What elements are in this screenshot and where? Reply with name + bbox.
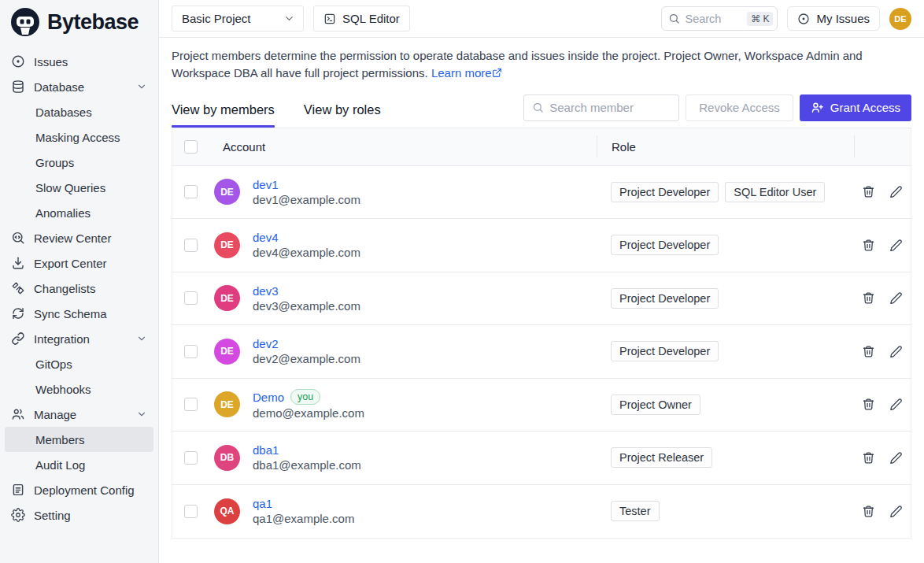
review-center-icon: [11, 231, 25, 245]
refresh-icon: [11, 306, 25, 320]
sidebar-item-setting[interactable]: Setting: [5, 502, 153, 528]
avatar: DE: [214, 285, 240, 311]
row-checkbox[interactable]: [184, 505, 198, 518]
member-name-link[interactable]: dev1: [253, 178, 279, 191]
delete-member-button[interactable]: [862, 451, 875, 465]
table-row: DE dev2 dev2@example.com Project Develop…: [172, 325, 911, 379]
member-email: qa1@example.com: [253, 512, 354, 525]
member-email: dev3@example.com: [253, 299, 360, 313]
sidebar-item-label: Database: [34, 80, 84, 94]
member-email: dev4@example.com: [253, 246, 360, 259]
table-row: DE dev1 dev1@example.com Project Develop…: [172, 166, 911, 220]
user-plus-icon: [811, 101, 824, 114]
row-checkbox[interactable]: [184, 345, 198, 358]
search-member-input[interactable]: Search member: [523, 94, 679, 121]
select-all-checkbox[interactable]: [184, 140, 198, 154]
brand-name: Bytebase: [47, 10, 139, 35]
role-badge: Tester: [611, 501, 660, 521]
delete-member-button[interactable]: [862, 345, 875, 358]
table-row: DB dba1 dba1@example.com Project Release…: [172, 432, 911, 485]
edit-member-button[interactable]: [889, 345, 903, 358]
role-badge: Project Owner: [611, 394, 700, 415]
table-row: DE Demo you demo@example.com Project Own…: [172, 379, 911, 432]
avatar: DE: [214, 391, 240, 417]
edit-member-button[interactable]: [889, 398, 903, 411]
tab-view-by-members[interactable]: View by members: [172, 102, 275, 128]
member-email: demo@example.com: [253, 406, 364, 420]
chevron-down-icon: [136, 409, 147, 420]
edit-member-button[interactable]: [889, 451, 903, 465]
sidebar-item-database[interactable]: Database: [5, 74, 153, 99]
member-name-link[interactable]: qa1: [253, 497, 272, 510]
row-checkbox[interactable]: [184, 398, 198, 411]
sidebar-item-gitops[interactable]: GitOps: [5, 351, 153, 376]
column-header-role: Role: [597, 135, 854, 157]
you-badge: you: [290, 389, 320, 405]
delete-member-button[interactable]: [862, 185, 875, 198]
member-name-link[interactable]: dev2: [253, 337, 279, 350]
row-checkbox[interactable]: [184, 239, 198, 252]
revoke-access-button[interactable]: Revoke Access: [686, 94, 793, 121]
global-search-input[interactable]: Search ⌘ K: [661, 6, 778, 31]
sidebar-item-issues[interactable]: Issues: [5, 49, 153, 74]
delete-member-button[interactable]: [862, 239, 875, 252]
edit-member-button[interactable]: [889, 239, 903, 252]
sidebar-item-sync-schema[interactable]: Sync Schema: [5, 301, 153, 326]
tab-view-by-roles[interactable]: View by roles: [304, 102, 381, 128]
page-description: Project members determine the permission…: [172, 47, 911, 82]
avatar: DE: [214, 179, 240, 205]
sidebar-item-label: Slow Queries: [35, 181, 105, 194]
user-avatar[interactable]: DE: [889, 8, 911, 30]
sidebar-item-audit-log[interactable]: Audit Log: [5, 452, 153, 477]
sidebar-item-deployment-config[interactable]: Deployment Config: [5, 477, 153, 502]
sidebar-item-databases[interactable]: Databases: [5, 99, 153, 124]
delete-member-button[interactable]: [862, 291, 875, 305]
row-checkbox[interactable]: [184, 291, 198, 305]
member-name-link[interactable]: dev4: [253, 231, 279, 244]
sidebar-item-manage[interactable]: Manage: [5, 402, 153, 427]
circle-dot-icon: [797, 13, 810, 25]
database-icon: [11, 80, 25, 94]
sidebar-item-slow-queries[interactable]: Slow Queries: [5, 175, 153, 200]
members-page: Project members determine the permission…: [159, 38, 924, 563]
sidebar-item-webhooks[interactable]: Webhooks: [5, 376, 153, 402]
sidebar-item-label: Databases: [35, 106, 92, 119]
table-row: QA qa1 qa1@example.com Tester: [172, 485, 911, 539]
my-issues-label: My Issues: [816, 12, 870, 25]
sidebar-item-masking-access[interactable]: Masking Access: [5, 124, 153, 150]
sidebar-item-label: Anomalies: [35, 206, 91, 220]
sidebar-nav: Issues Database Databases Masking Access…: [0, 44, 158, 532]
sidebar-item-review-center[interactable]: Review Center: [5, 225, 153, 250]
member-name-link[interactable]: dev3: [253, 284, 279, 298]
row-checkbox[interactable]: [184, 185, 198, 198]
edit-member-button[interactable]: [889, 505, 903, 518]
delete-member-button[interactable]: [862, 398, 875, 411]
member-name-link[interactable]: dba1: [253, 443, 279, 457]
sidebar-item-changelists[interactable]: Changelists: [5, 276, 153, 301]
member-name-link[interactable]: Demo: [253, 391, 284, 404]
learn-more-link[interactable]: Learn more: [431, 66, 492, 80]
row-checkbox[interactable]: [184, 451, 198, 465]
logo[interactable]: Bytebase: [0, 0, 158, 44]
role-badge: Project Developer: [611, 235, 719, 255]
edit-member-button[interactable]: [889, 291, 903, 305]
sidebar-item-integration[interactable]: Integration: [5, 326, 153, 351]
download-icon: [11, 256, 25, 270]
sql-editor-button[interactable]: SQL Editor: [313, 6, 410, 31]
sidebar-item-label: Deployment Config: [34, 483, 135, 497]
sidebar-item-label: Groups: [35, 156, 74, 169]
grant-access-button[interactable]: Grant Access: [800, 94, 911, 121]
chevron-down-icon: [136, 81, 147, 92]
sidebar-item-label: Setting: [34, 509, 71, 522]
my-issues-button[interactable]: My Issues: [787, 6, 880, 31]
sidebar-item-export-center[interactable]: Export Center: [5, 250, 153, 276]
sidebar-item-members[interactable]: Members: [5, 427, 153, 452]
member-email: dba1@example.com: [253, 458, 361, 472]
gear-icon: [11, 508, 25, 522]
project-select[interactable]: Basic Project: [172, 6, 304, 31]
search-placeholder: Search: [685, 13, 742, 25]
edit-member-button[interactable]: [889, 185, 903, 198]
sidebar-item-groups[interactable]: Groups: [5, 150, 153, 175]
sidebar-item-anomalies[interactable]: Anomalies: [5, 200, 153, 225]
delete-member-button[interactable]: [862, 505, 875, 518]
